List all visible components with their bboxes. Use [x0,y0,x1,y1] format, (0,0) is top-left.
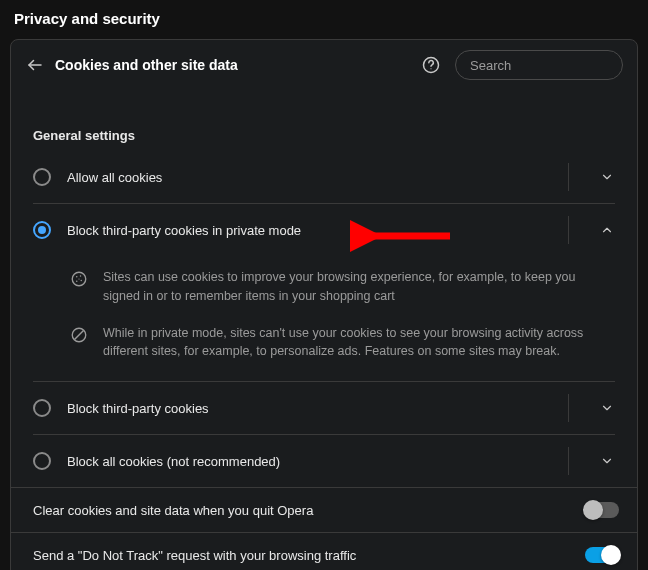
block-icon [69,325,89,345]
help-icon[interactable] [417,51,445,79]
chevron-down-icon [600,401,614,415]
divider-vertical [568,216,569,244]
radio-label: Block all cookies (not recommended) [67,454,552,469]
chevron-up-icon [600,223,614,237]
info-item: Sites can use cookies to improve your br… [33,260,615,316]
info-text: While in private mode, sites can't use y… [103,324,615,362]
settings-card: Cookies and other site data General sett… [10,39,638,570]
radio-icon [33,399,51,417]
info-text: Sites can use cookies to improve your br… [103,268,615,306]
expand-button[interactable] [585,170,629,184]
card-title: Cookies and other site data [55,57,407,73]
page-title: Privacy and security [0,0,648,39]
toggle-label: Send a "Do Not Track" request with your … [33,548,573,563]
divider-vertical [568,163,569,191]
expand-button[interactable] [585,454,629,468]
radio-label: Block third-party cookies in private mod… [67,223,552,238]
collapse-button[interactable] [585,223,629,237]
divider-vertical [568,394,569,422]
expand-button[interactable] [585,401,629,415]
svg-point-2 [430,68,431,69]
radio-option-block-all[interactable]: Block all cookies (not recommended) [11,435,637,487]
cookie-icon [69,269,89,289]
radio-icon [33,221,51,239]
toggle-label: Clear cookies and site data when you qui… [33,503,573,518]
toggle-row-clear-on-quit: Clear cookies and site data when you qui… [11,487,637,532]
chevron-down-icon [600,454,614,468]
toggle-switch[interactable] [585,547,619,563]
card-header: Cookies and other site data [11,40,637,88]
toggle-switch[interactable] [585,502,619,518]
radio-icon [33,168,51,186]
svg-point-6 [76,276,78,278]
section-title: General settings [11,88,637,151]
info-item: While in private mode, sites can't use y… [33,316,615,372]
toggle-row-do-not-track: Send a "Do Not Track" request with your … [11,532,637,570]
search-input[interactable] [470,58,638,73]
search-field[interactable] [455,50,623,80]
radio-label: Allow all cookies [67,170,552,185]
option-details: Sites can use cookies to improve your br… [11,256,637,381]
divider-vertical [568,447,569,475]
svg-point-10 [78,278,79,279]
radio-icon [33,452,51,470]
radio-option-allow-all[interactable]: Allow all cookies [11,151,637,203]
svg-line-12 [75,330,84,339]
radio-option-block-3p-private[interactable]: Block third-party cookies in private mod… [11,204,637,256]
svg-point-9 [81,280,83,282]
back-arrow-icon[interactable] [25,55,45,75]
radio-label: Block third-party cookies [67,401,552,416]
chevron-down-icon [600,170,614,184]
radio-option-block-3p[interactable]: Block third-party cookies [11,382,637,434]
svg-point-7 [80,275,82,277]
svg-point-8 [76,281,78,283]
